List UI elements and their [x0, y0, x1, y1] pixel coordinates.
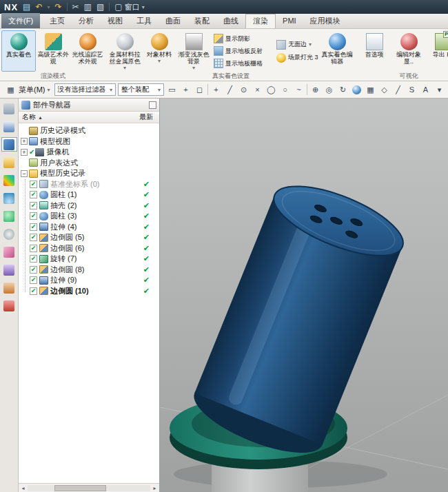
system-materials-button[interactable] — [1, 280, 17, 295]
tree-item-model-history[interactable]: − 模型历史记录 — [21, 168, 159, 179]
feature-checkbox[interactable]: ✔ — [30, 266, 37, 274]
menu-button[interactable]: ▦ 菜单(M) ▾ — [3, 84, 52, 96]
tab-curve[interactable]: 曲线 — [216, 14, 245, 28]
fit-view-icon[interactable]: ⊕ — [309, 84, 321, 96]
window-select-icon[interactable]: ▭ — [166, 84, 178, 96]
part-navigator-button[interactable] — [1, 137, 17, 152]
hd3d-tools-button[interactable] — [1, 173, 17, 187]
line-icon[interactable]: ╱ — [392, 84, 404, 96]
feature-checkbox[interactable]: ✔ — [30, 234, 37, 241]
tree-item-user-expressions[interactable]: 用户表达式 — [21, 158, 159, 169]
column-latest[interactable]: 最新 — [139, 112, 153, 122]
horizontal-scrollbar[interactable]: ◂ ▸ — [19, 483, 159, 492]
perspective-icon[interactable]: ◇ — [378, 84, 390, 96]
tab-analysis[interactable]: 分析 — [72, 14, 101, 28]
scrollbar-track[interactable] — [28, 485, 150, 491]
tree-item-datum-csys[interactable]: ✔ 基准坐标系 (0) ✔ — [30, 179, 159, 190]
show-shadow-toggle[interactable]: 显示阴影 — [214, 33, 272, 44]
scrollbar-thumb[interactable] — [54, 485, 106, 491]
tree-item-extrude-4[interactable]: ✔ 拉伸 (4) ✔ — [30, 222, 159, 233]
tab-view[interactable]: 视图 — [101, 14, 130, 28]
scene-lights-button[interactable]: 场景灯光 3 — [276, 52, 318, 63]
gradient-background-button[interactable]: 渐变浅灰色背景 ▾ — [176, 30, 211, 72]
feature-checkbox[interactable]: ✔ — [30, 202, 37, 209]
save-icon[interactable]: ▤ — [23, 3, 30, 11]
preferences-button[interactable]: 首选项 — [357, 30, 391, 72]
show-floor-grid-toggle[interactable]: 显示地板栅格 — [214, 58, 272, 69]
column-name[interactable]: 名称 — [22, 112, 36, 122]
graphics-viewport[interactable] — [160, 99, 448, 492]
point-on-curve-icon[interactable]: ~ — [293, 84, 305, 96]
snap-point-icon[interactable]: + — [210, 84, 222, 96]
tab-tools[interactable]: 工具 — [130, 14, 159, 28]
scroll-left-icon[interactable]: ◂ — [19, 485, 27, 491]
feature-checkbox[interactable]: ✔ — [30, 287, 37, 295]
touch-mode-button[interactable] — [1, 298, 17, 313]
snap-endpoint-icon[interactable]: ╱ — [224, 84, 236, 96]
undo-icon[interactable]: ↶ — [35, 3, 42, 11]
grid-icon[interactable]: ▦ — [365, 84, 376, 96]
annotation-icon[interactable]: A — [420, 84, 431, 96]
window-menu[interactable]: ▢ 窗口 ▾ — [114, 2, 144, 12]
snap-center-icon[interactable]: ⊙ — [238, 84, 250, 96]
rotate-view-icon[interactable]: ↻ — [337, 84, 349, 96]
tree-item-cylinder-3[interactable]: ✔ 圆柱 (3) ✔ — [30, 211, 159, 222]
more-options-icon[interactable]: ▾ — [434, 84, 445, 96]
cut-icon[interactable]: ✂ — [72, 3, 79, 11]
redo-icon[interactable]: ↷ — [54, 3, 61, 11]
tree-item-revolve-7[interactable]: ✔ 旋转 (7) ✔ — [30, 254, 159, 265]
shaded-style-icon[interactable] — [351, 84, 363, 96]
face-select-icon[interactable]: ◻ — [194, 84, 205, 96]
tree-item-extrude-9[interactable]: ✔ 拉伸 (9) ✔ — [30, 275, 159, 286]
undock-icon[interactable] — [149, 101, 156, 109]
crosshair-icon[interactable]: + — [180, 84, 192, 96]
tree-item-edge-blend-6[interactable]: ✔ 边倒圆 (6) ✔ — [30, 243, 159, 254]
tree-item-history-mode[interactable]: 历史记录模式 — [21, 125, 159, 136]
collapse-icon[interactable]: − — [21, 170, 28, 177]
object-material-button[interactable]: 对象材料 ▾ — [142, 30, 176, 72]
raytrace-art-appearance-button[interactable]: 光线追踪艺术外观 — [70, 30, 105, 72]
snap-quadrant-icon[interactable]: ◯ — [265, 84, 277, 96]
snap-intersection-icon[interactable]: × — [252, 84, 263, 96]
tab-render[interactable]: 渲染 — [245, 14, 276, 28]
constraint-navigator-button[interactable] — [1, 119, 17, 134]
spline-icon[interactable]: S — [406, 84, 418, 96]
selection-scope-dropdown[interactable]: 整个装配 ▾ — [118, 83, 164, 96]
expand-icon[interactable]: + — [21, 138, 28, 145]
tab-assemblies[interactable]: 装配 — [187, 14, 216, 28]
snap-tangent-icon[interactable]: ○ — [279, 84, 291, 96]
tab-file[interactable]: 文件(F) — [1, 13, 40, 28]
tab-pmi[interactable]: PMI — [276, 14, 303, 28]
no-face-edge-button[interactable]: 无面边 ▾ — [276, 39, 318, 50]
paste-icon[interactable]: ▧ — [96, 3, 104, 11]
scroll-right-icon[interactable]: ▸ — [151, 485, 159, 491]
true-shading-editor-button[interactable]: 真实着色编辑器 — [320, 30, 354, 72]
feature-checkbox[interactable]: ✔ — [30, 255, 37, 263]
feature-checkbox[interactable]: ✔ — [30, 181, 37, 188]
true-shading-button[interactable]: 真实着色 — [1, 30, 36, 72]
system-scenes-button[interactable] — [1, 263, 17, 277]
undo-dropdown-icon[interactable]: ▾ — [47, 4, 50, 10]
tree-item-shell-2[interactable]: ✔ 抽壳 (2) ✔ — [30, 201, 159, 212]
tab-application[interactable]: 应用模块 — [303, 14, 347, 28]
assembly-navigator-button[interactable] — [1, 101, 17, 116]
feature-checkbox[interactable]: ✔ — [30, 245, 37, 252]
advanced-art-appearance-button[interactable]: 高级艺术外观 — [36, 30, 70, 72]
selection-filter-dropdown[interactable]: 没有选择过滤器 ▾ — [54, 83, 116, 96]
feature-checkbox[interactable]: ✔ — [30, 212, 37, 220]
tab-surface[interactable]: 曲面 — [159, 14, 187, 28]
web-browser-button[interactable] — [1, 191, 17, 205]
reuse-library-button[interactable] — [1, 155, 17, 170]
show-floor-reflection-toggle[interactable]: 显示地板反射 — [214, 45, 272, 57]
tree-item-edge-blend-8[interactable]: ✔ 边倒圆 (8) ✔ — [30, 265, 159, 276]
history-palette-button[interactable] — [1, 209, 17, 223]
tree-item-edge-blend-5[interactable]: ✔ 边倒圆 (5) ✔ — [30, 232, 159, 243]
tree-item-edge-blend-10[interactable]: ✔ 边倒圆 (10) ✔ — [30, 286, 159, 297]
global-material-button[interactable]: 金属材料拉丝金属原色 ▾ — [108, 30, 142, 72]
zoom-icon[interactable]: ◎ — [323, 84, 335, 96]
tree-item-cylinder-1[interactable]: ✔ 圆柱 (1) ✔ — [30, 189, 159, 201]
3d-canvas[interactable] — [160, 99, 448, 492]
tree-item-cameras[interactable]: + ✔ 摄像机 — [21, 147, 159, 158]
feature-checkbox[interactable]: ✔ — [30, 276, 37, 284]
feature-checkbox[interactable]: ✔ — [30, 223, 37, 231]
